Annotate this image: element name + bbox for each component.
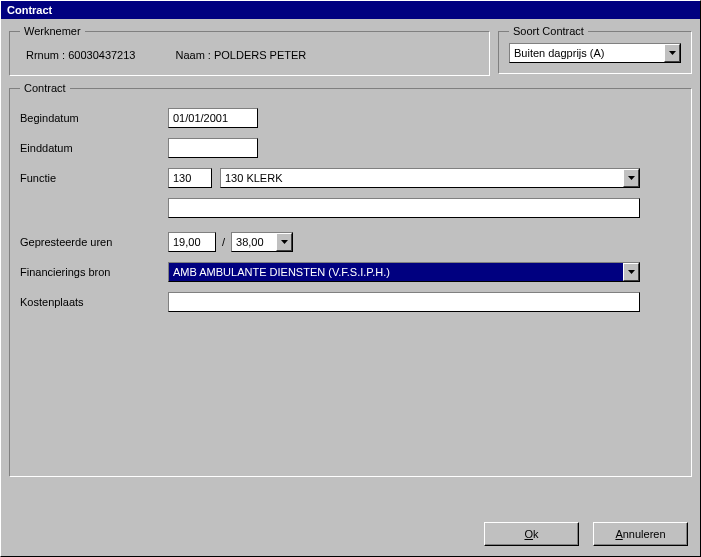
uren-slash: /: [216, 236, 231, 248]
financierings-label: Financierings bron: [20, 266, 168, 278]
uren-total-value: 38,00: [232, 233, 276, 251]
functie-label: Functie: [20, 172, 168, 184]
naam-label: Naam : POLDERS PETER: [175, 49, 306, 61]
svg-marker-0: [669, 51, 676, 55]
financierings-dropdown[interactable]: AMB AMBULANTE DIENSTEN (V.F.S.I.P.H.): [168, 262, 640, 282]
contract-window: Contract Werknemer Rrnum : 60030437213 N…: [0, 0, 701, 557]
soort-contract-value: Buiten dagprijs (A): [510, 44, 664, 62]
functie-dropdown[interactable]: 130 KLERK: [220, 168, 640, 188]
einddatum-label: Einddatum: [20, 142, 168, 154]
functie-dropdown-value: 130 KLERK: [221, 169, 623, 187]
kostenplaats-label: Kostenplaats: [20, 296, 168, 308]
functie-code-input[interactable]: [168, 168, 212, 188]
soort-contract-group: Soort Contract Buiten dagprijs (A): [498, 25, 692, 74]
begindatum-label: Begindatum: [20, 112, 168, 124]
uren-input[interactable]: [168, 232, 216, 252]
chevron-down-icon[interactable]: [623, 263, 639, 281]
soort-contract-dropdown[interactable]: Buiten dagprijs (A): [509, 43, 681, 63]
kostenplaats-input[interactable]: [168, 292, 640, 312]
rrnum-label: Rrnum : 60030437213: [26, 49, 135, 61]
window-title: Contract: [1, 1, 700, 19]
uren-total-dropdown[interactable]: 38,00: [231, 232, 293, 252]
svg-marker-2: [281, 240, 288, 244]
einddatum-input[interactable]: [168, 138, 258, 158]
soort-contract-legend: Soort Contract: [509, 25, 588, 37]
begindatum-input[interactable]: [168, 108, 258, 128]
cancel-button[interactable]: Annuleren: [593, 522, 688, 546]
uren-label: Gepresteerde uren: [20, 236, 168, 248]
svg-marker-3: [628, 270, 635, 274]
contract-group: Contract Begindatum Einddatum Functie 13…: [9, 82, 692, 477]
werknemer-legend: Werknemer: [20, 25, 85, 37]
content-area: Werknemer Rrnum : 60030437213 Naam : POL…: [1, 19, 700, 556]
chevron-down-icon[interactable]: [623, 169, 639, 187]
ok-button[interactable]: Ok: [484, 522, 579, 546]
chevron-down-icon[interactable]: [664, 44, 680, 62]
financierings-value: AMB AMBULANTE DIENSTEN (V.F.S.I.P.H.): [169, 263, 623, 281]
functie-extra-input[interactable]: [168, 198, 640, 218]
chevron-down-icon[interactable]: [276, 233, 292, 251]
contract-legend: Contract: [20, 82, 70, 94]
werknemer-group: Werknemer Rrnum : 60030437213 Naam : POL…: [9, 25, 490, 76]
svg-marker-1: [628, 176, 635, 180]
